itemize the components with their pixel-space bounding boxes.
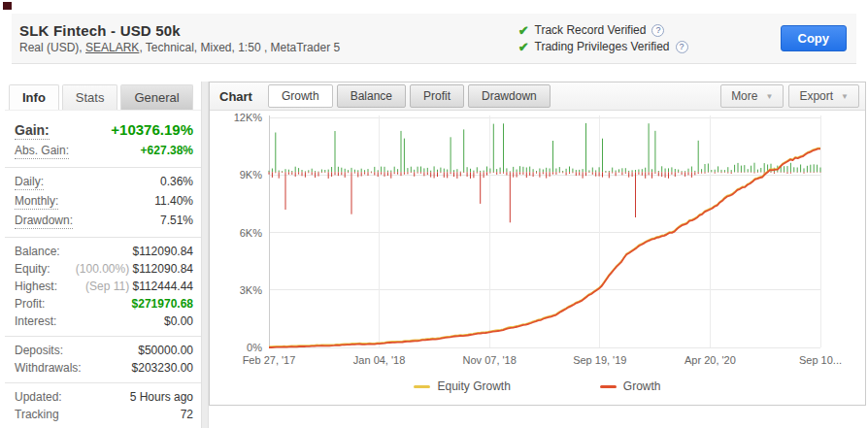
caret-down-icon: ▼ (765, 92, 773, 101)
stat-row: Daily:0.36% (5, 173, 201, 192)
legend-item[interactable]: Equity Growth (414, 379, 510, 393)
tab-general[interactable]: General (120, 84, 192, 110)
account-header: SLK Fintech - USD 50k Real (USD), SEALAR… (12, 14, 856, 64)
chart-header: Chart GrowthBalanceProfitDrawdown More▼ … (210, 82, 865, 111)
stat-value: $50000.00 (138, 344, 193, 357)
stat-label: Monthly: (15, 194, 58, 210)
copy-button[interactable]: Copy (781, 25, 848, 51)
x-axis-label: Feb 27, '17 (243, 354, 296, 366)
more-label: More (731, 89, 757, 103)
legend-label: Growth (623, 379, 661, 393)
stat-value: (100.00%) $112090.84 (76, 262, 193, 276)
stat-value-prefix: (100.00%) (76, 262, 133, 276)
verification-label: Trading Privileges Verified (535, 39, 670, 55)
stat-value: $271970.68 (132, 297, 193, 311)
stats-list: Gain:+10376.19%Abs. Gain:+627.38%Daily:0… (5, 111, 201, 428)
stat-row: Profit:$271970.68 (5, 295, 201, 313)
caret-down-icon: ▼ (841, 92, 849, 101)
stat-row: Withdrawals:$203230.00 (5, 359, 201, 377)
x-axis-label: Sep 10... (799, 354, 842, 366)
stat-value: $112090.84 (132, 245, 193, 258)
stat-group: Updated:5 Hours agoTracking72 (5, 383, 201, 428)
export-label: Export (799, 89, 833, 103)
broker-link[interactable]: SEALARK (85, 41, 139, 54)
stat-label: Deposits: (15, 344, 63, 357)
stat-value: +10376.19% (111, 121, 193, 138)
chart-tab-growth[interactable]: Growth (268, 84, 333, 108)
growth-chart: 0%3K%6K%9K%12K%Feb 27, '17Jan 04, '18Nov… (210, 113, 865, 369)
stat-value-prefix: (Sep 11) (85, 280, 132, 293)
export-button[interactable]: Export▼ (788, 84, 859, 108)
profit-ticks (269, 123, 820, 222)
account-subtitle: Real (USD), SEALARK, Technical, Mixed, 1… (19, 41, 340, 54)
stat-label: Profit: (15, 297, 45, 311)
x-axis-label: Nov 07, '18 (463, 354, 517, 366)
y-axis-label: 0% (247, 342, 262, 353)
stat-label: Equity: (15, 262, 50, 276)
stat-label: Abs. Gain: (15, 144, 69, 159)
verification-block: ✔Track Record Verified?✔Trading Privileg… (518, 22, 688, 55)
stat-row: Monthly:11.40% (5, 192, 201, 212)
more-button[interactable]: More▼ (720, 84, 784, 108)
y-axis-label: 12K% (234, 113, 263, 123)
chart-body: 0%3K%6K%9K%12K%Feb 27, '17Jan 04, '18Nov… (210, 111, 865, 373)
x-axis-label: Jan 04, '18 (353, 354, 405, 366)
stat-value: 5 Hours ago (130, 390, 193, 404)
stat-row: Highest:(Sep 11) $112444.44 (5, 278, 201, 295)
legend-swatch (600, 385, 617, 388)
stat-row: Tracking72 (5, 406, 201, 423)
stat-row: Deposits:$50000.00 (5, 342, 201, 359)
chart-legend: Equity GrowthGrowth (210, 373, 865, 400)
stat-group: Balance:$112090.84Equity:(100.00%) $1120… (5, 238, 201, 337)
chart-tab-balance[interactable]: Balance (337, 84, 406, 108)
corner-mark (3, 2, 12, 10)
tab-stats[interactable]: Stats (62, 84, 118, 110)
stat-group: Gain:+10376.19%Abs. Gain:+627.38% (5, 115, 201, 168)
tab-info[interactable]: Info (9, 84, 59, 110)
verification-label: Track Record Verified (535, 22, 647, 39)
account-title: SLK Fintech - USD 50k (19, 22, 340, 39)
stat-group: Deposits:$50000.00Withdrawals:$203230.00 (5, 337, 201, 383)
y-axis-label: 9K% (240, 169, 262, 181)
stat-row: Equity:(100.00%) $112090.84 (5, 260, 201, 278)
stat-row: Abs. Gain:+627.38% (5, 142, 201, 161)
account-title-block: SLK Fintech - USD 50k Real (USD), SEALAR… (19, 22, 340, 54)
stat-row: Drawdown:7.51% (5, 212, 201, 231)
account-subtitle-prefix: Real (USD), (19, 41, 85, 54)
stat-label: Daily: (15, 175, 44, 190)
stat-row: Interest:$0.00 (5, 313, 201, 330)
x-axis-label: Sep 19, '19 (573, 354, 626, 366)
legend-label: Equity Growth (437, 379, 510, 393)
stat-value: 72 (181, 408, 193, 421)
stat-label: Tracking (15, 408, 59, 421)
y-axis-label: 6K% (240, 227, 262, 239)
stat-value: +627.38% (141, 144, 193, 157)
verification-row: ✔Track Record Verified? (518, 22, 688, 39)
info-panel-tabs: InfoStatsGeneral (5, 82, 201, 111)
panel-splitter[interactable] (201, 82, 209, 428)
stat-group: Daily:0.36%Monthly:11.40%Drawdown:7.51% (5, 168, 201, 238)
x-axis-label: Apr 20, '20 (684, 354, 736, 366)
stat-value: $203230.00 (132, 361, 193, 375)
info-panel: InfoStatsGeneral Gain:+10376.19%Abs. Gai… (5, 82, 201, 428)
chart-actions: More▼ Export▼ (716, 84, 859, 108)
help-icon[interactable]: ? (676, 41, 688, 53)
legend-item[interactable]: Growth (600, 379, 661, 393)
stat-value: $0.00 (164, 314, 193, 328)
help-icon[interactable]: ? (651, 24, 664, 37)
legend-swatch (414, 385, 430, 388)
chart-tab-drawdown[interactable]: Drawdown (468, 84, 551, 108)
chart-panel: Chart GrowthBalanceProfitDrawdown More▼ … (209, 82, 866, 406)
verification-row: ✔Trading Privileges Verified? (518, 39, 688, 55)
account-subtitle-suffix: , Technical, Mixed, 1:50 , MetaTrader 5 (139, 41, 340, 54)
stat-label: Withdrawals: (15, 361, 82, 375)
stat-label: Updated: (15, 390, 62, 404)
chart-panel-title: Chart (219, 89, 252, 104)
stat-row: Balance:$112090.84 (5, 243, 201, 260)
check-icon: ✔ (518, 39, 529, 55)
main-content: InfoStatsGeneral Gain:+10376.19%Abs. Gai… (5, 82, 868, 428)
chart-tab-profit[interactable]: Profit (410, 84, 464, 108)
y-axis-label: 3K% (240, 284, 262, 296)
stat-label: Gain: (15, 122, 50, 140)
stat-label: Drawdown: (15, 214, 73, 229)
